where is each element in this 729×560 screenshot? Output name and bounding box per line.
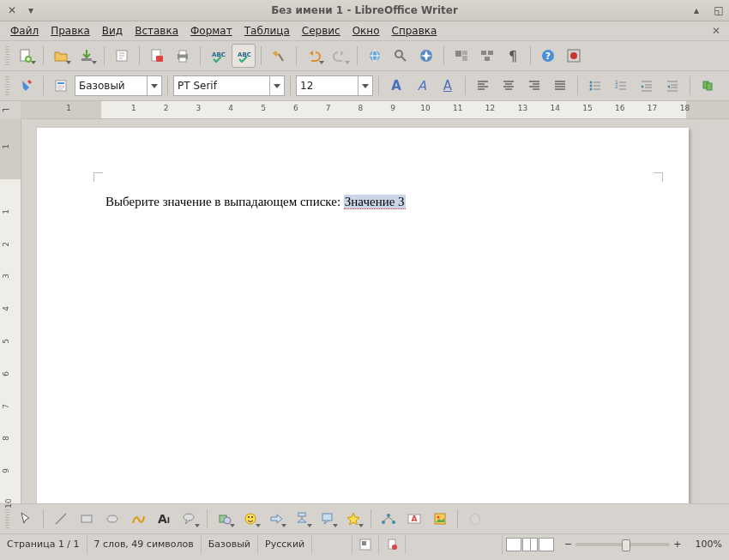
autospellcheck-button[interactable]: ABC <box>232 44 256 68</box>
stars-button[interactable] <box>341 507 365 531</box>
toolbar-formatting: Базовый PT Serif 12 A A A 12 <box>0 71 729 101</box>
ruler-vertical[interactable]: 112345678910 <box>0 119 21 503</box>
align-left-button[interactable] <box>471 74 495 98</box>
format-paintbrush-button[interactable] <box>267 44 291 68</box>
flowchart-button[interactable] <box>290 507 314 531</box>
view-book-icon[interactable] <box>539 538 554 551</box>
extrusion-button[interactable] <box>463 507 487 531</box>
edit-button[interactable] <box>110 44 134 68</box>
dropdown-field[interactable]: Значение 3 <box>344 195 406 209</box>
status-zoom-slider[interactable]: − + <box>557 539 688 550</box>
document-text[interactable]: Выберите значение в выпадающем списке: З… <box>105 195 406 209</box>
menu-format[interactable]: Формат <box>185 23 238 39</box>
open-button[interactable] <box>49 44 73 68</box>
export-pdf-button[interactable] <box>145 44 169 68</box>
menu-insert[interactable]: Вставка <box>130 23 184 39</box>
decrease-indent-button[interactable] <box>660 74 684 98</box>
line-tool-button[interactable] <box>49 507 73 531</box>
callouts-button[interactable] <box>316 507 340 531</box>
status-signature[interactable] <box>379 534 406 554</box>
svg-text:?: ? <box>545 51 551 62</box>
fontwork-button[interactable]: A <box>402 507 426 531</box>
statusbar: Страница 1 / 1 7 слов, 49 символов Базов… <box>0 533 729 554</box>
margin-corner-icon <box>654 172 663 182</box>
increase-indent-button[interactable] <box>635 74 659 98</box>
hyperlink-button[interactable] <box>363 44 387 68</box>
print-button[interactable] <box>171 44 195 68</box>
ellipse-tool-button[interactable] <box>100 507 124 531</box>
tab-stop-icon[interactable]: ⌐ <box>2 104 10 116</box>
align-right-button[interactable] <box>522 74 546 98</box>
nonprinting-chars-button[interactable]: ¶ <box>501 44 525 68</box>
menu-file[interactable]: Файл <box>5 23 44 39</box>
callout-tool-button[interactable] <box>178 507 202 531</box>
rectangle-tool-button[interactable] <box>75 507 99 531</box>
toolbar-handle[interactable] <box>5 509 9 528</box>
bold-button[interactable]: A <box>384 74 408 98</box>
status-language[interactable]: Русский <box>258 534 312 554</box>
svg-point-24 <box>570 52 577 59</box>
numbering-button[interactable]: 12 <box>609 74 633 98</box>
basic-shapes-button[interactable] <box>213 507 237 531</box>
view-single-icon[interactable] <box>506 538 521 551</box>
menu-tools[interactable]: Сервис <box>297 23 346 39</box>
align-justify-button[interactable] <box>548 74 572 98</box>
zoom-in-icon[interactable]: + <box>673 539 681 550</box>
navigator-button[interactable] <box>414 44 438 68</box>
window-restore-icon[interactable]: ◱ <box>712 3 726 17</box>
window-title: Без имени 1 - LibreOffice Writer <box>0 4 729 16</box>
curve-tool-button[interactable] <box>126 507 150 531</box>
apply-style-button[interactable] <box>49 74 73 98</box>
svg-rect-2 <box>81 58 92 61</box>
document-page[interactable]: Выберите значение в выпадающем списке: З… <box>37 128 689 503</box>
document-close-icon[interactable]: ✕ <box>708 23 724 39</box>
status-page[interactable]: Страница 1 / 1 <box>0 534 87 554</box>
menu-view[interactable]: Вид <box>97 23 128 39</box>
menu-help[interactable]: Справка <box>387 23 443 39</box>
status-selection-mode[interactable] <box>352 534 379 554</box>
toolbar-handle[interactable] <box>5 76 9 95</box>
status-wordcount[interactable]: 7 слов, 49 символов <box>87 534 202 554</box>
styles-dialog-button[interactable] <box>14 74 38 98</box>
ruler-horizontal[interactable]: 1123456789101112131415161718 <box>21 101 729 119</box>
datasources-button[interactable] <box>475 44 499 68</box>
status-zoom-value[interactable]: 100% <box>689 534 729 554</box>
new-document-button[interactable] <box>14 44 38 68</box>
save-button[interactable] <box>75 44 99 68</box>
toolbar-handle[interactable] <box>5 46 9 65</box>
svg-point-41 <box>251 516 253 518</box>
redo-button[interactable] <box>328 44 352 68</box>
menu-window[interactable]: Окно <box>347 23 385 39</box>
window-maximize-icon[interactable]: ▴ <box>690 3 703 17</box>
gallery-button[interactable] <box>449 44 473 68</box>
status-view-layout[interactable] <box>503 538 557 551</box>
status-pagestyle[interactable]: Базовый <box>202 534 258 554</box>
underline-button[interactable]: A <box>436 74 460 98</box>
record-macro-button[interactable] <box>562 44 586 68</box>
menu-edit[interactable]: Правка <box>45 23 95 39</box>
find-button[interactable] <box>696 74 720 98</box>
document-viewport[interactable]: Выберите значение в выпадающем списке: З… <box>21 119 729 503</box>
menubar: Файл Правка Вид Вставка Формат Таблица С… <box>0 21 729 41</box>
from-file-button[interactable] <box>428 507 452 531</box>
zoom-out-icon[interactable]: − <box>564 539 572 550</box>
align-center-button[interactable] <box>497 74 521 98</box>
undo-button[interactable] <box>302 44 326 68</box>
textbox-tool-button[interactable]: AI <box>152 507 176 531</box>
paragraph-style-combo[interactable]: Базовый <box>75 75 162 96</box>
symbol-shapes-button[interactable] <box>238 507 262 531</box>
status-insert-mode[interactable] <box>312 534 352 554</box>
points-button[interactable] <box>377 507 401 531</box>
bullets-button[interactable] <box>583 74 607 98</box>
font-name-combo[interactable]: PT Serif <box>173 75 285 96</box>
font-size-combo[interactable]: 12 <box>296 75 373 96</box>
menu-table[interactable]: Таблица <box>239 23 295 39</box>
block-arrows-button[interactable] <box>264 507 288 531</box>
svg-rect-20 <box>485 57 490 61</box>
view-multi-icon[interactable] <box>522 538 538 551</box>
spellcheck-button[interactable]: ABC <box>206 44 230 68</box>
help-button[interactable]: ? <box>536 44 560 68</box>
select-tool-button[interactable] <box>14 507 38 531</box>
italic-button[interactable]: A <box>410 74 434 98</box>
find-replace-button[interactable] <box>389 44 413 68</box>
